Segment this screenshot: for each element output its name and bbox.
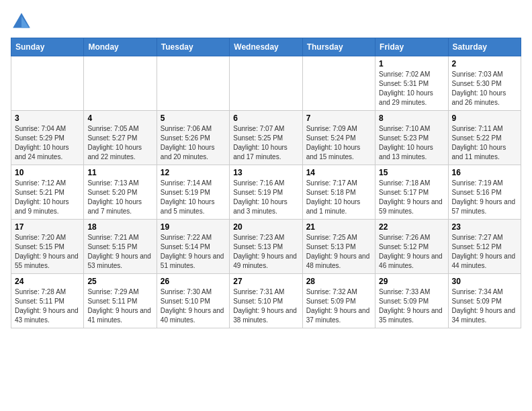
day-info: Sunrise: 7:26 AM Sunset: 5:12 PM Dayligh… — [379, 233, 444, 271]
day-number: 13 — [233, 168, 298, 177]
day-number: 2 — [452, 59, 517, 68]
day-number: 22 — [379, 222, 444, 232]
logo — [11, 11, 35, 32]
calendar-cell — [84, 56, 157, 111]
calendar-cell — [302, 56, 375, 111]
calendar-cell: 29Sunrise: 7:33 AM Sunset: 5:09 PM Dayli… — [375, 274, 448, 328]
day-info: Sunrise: 7:14 AM Sunset: 5:19 PM Dayligh… — [161, 179, 226, 216]
weekday-header-saturday: Saturday — [448, 38, 521, 56]
day-info: Sunrise: 7:10 AM Sunset: 5:23 PM Dayligh… — [379, 124, 444, 162]
calendar-cell — [157, 56, 229, 111]
weekday-header-row: SundayMondayTuesdayWednesdayThursdayFrid… — [11, 38, 521, 56]
day-info: Sunrise: 7:28 AM Sunset: 5:11 PM Dayligh… — [15, 287, 80, 325]
weekday-header-tuesday: Tuesday — [157, 38, 229, 56]
day-number: 1 — [379, 59, 444, 68]
day-number: 16 — [452, 168, 517, 177]
day-number: 12 — [161, 168, 226, 177]
day-info: Sunrise: 7:18 AM Sunset: 5:17 PM Dayligh… — [379, 179, 444, 216]
day-info: Sunrise: 7:20 AM Sunset: 5:15 PM Dayligh… — [15, 233, 80, 271]
day-number: 3 — [15, 113, 80, 123]
day-info: Sunrise: 7:19 AM Sunset: 5:16 PM Dayligh… — [452, 179, 517, 216]
day-number: 8 — [379, 113, 444, 123]
calendar-cell: 19Sunrise: 7:22 AM Sunset: 5:14 PM Dayli… — [157, 220, 229, 274]
day-number: 14 — [306, 168, 371, 177]
week-row-3: 10Sunrise: 7:12 AM Sunset: 5:21 PM Dayli… — [11, 165, 521, 220]
calendar-cell: 12Sunrise: 7:14 AM Sunset: 5:19 PM Dayli… — [157, 165, 229, 220]
calendar-cell: 14Sunrise: 7:17 AM Sunset: 5:18 PM Dayli… — [302, 165, 375, 220]
calendar-cell: 22Sunrise: 7:26 AM Sunset: 5:12 PM Dayli… — [375, 220, 448, 274]
day-info: Sunrise: 7:13 AM Sunset: 5:20 PM Dayligh… — [87, 179, 152, 216]
day-number: 30 — [452, 277, 517, 286]
calendar-cell: 7Sunrise: 7:09 AM Sunset: 5:24 PM Daylig… — [302, 111, 375, 165]
day-info: Sunrise: 7:16 AM Sunset: 5:19 PM Dayligh… — [233, 179, 298, 216]
calendar-cell: 23Sunrise: 7:27 AM Sunset: 5:12 PM Dayli… — [448, 220, 521, 274]
weekday-header-friday: Friday — [375, 38, 448, 56]
week-row-5: 24Sunrise: 7:28 AM Sunset: 5:11 PM Dayli… — [11, 274, 521, 328]
day-number: 24 — [15, 277, 80, 286]
day-info: Sunrise: 7:02 AM Sunset: 5:31 PM Dayligh… — [379, 70, 444, 107]
day-info: Sunrise: 7:22 AM Sunset: 5:14 PM Dayligh… — [161, 233, 226, 271]
logo-icon — [11, 11, 32, 32]
weekday-header-wednesday: Wednesday — [230, 38, 302, 56]
calendar-table: SundayMondayTuesdayWednesdayThursdayFrid… — [11, 38, 521, 328]
day-number: 4 — [87, 113, 152, 123]
day-number: 26 — [161, 277, 226, 286]
calendar-cell: 3Sunrise: 7:04 AM Sunset: 5:29 PM Daylig… — [11, 111, 84, 165]
day-number: 20 — [233, 222, 298, 232]
day-info: Sunrise: 7:06 AM Sunset: 5:26 PM Dayligh… — [161, 124, 226, 162]
day-info: Sunrise: 7:03 AM Sunset: 5:30 PM Dayligh… — [452, 70, 517, 107]
day-number: 28 — [306, 277, 371, 286]
day-number: 10 — [15, 168, 80, 177]
day-info: Sunrise: 7:25 AM Sunset: 5:13 PM Dayligh… — [306, 233, 371, 271]
weekday-header-thursday: Thursday — [302, 38, 375, 56]
day-info: Sunrise: 7:12 AM Sunset: 5:21 PM Dayligh… — [15, 179, 80, 216]
day-info: Sunrise: 7:21 AM Sunset: 5:15 PM Dayligh… — [87, 233, 152, 271]
calendar-cell: 27Sunrise: 7:31 AM Sunset: 5:10 PM Dayli… — [230, 274, 302, 328]
day-info: Sunrise: 7:30 AM Sunset: 5:10 PM Dayligh… — [161, 287, 226, 325]
day-number: 18 — [87, 222, 152, 232]
day-number: 9 — [452, 113, 517, 123]
day-info: Sunrise: 7:27 AM Sunset: 5:12 PM Dayligh… — [452, 233, 517, 271]
calendar-cell: 17Sunrise: 7:20 AM Sunset: 5:15 PM Dayli… — [11, 220, 84, 274]
weekday-header-sunday: Sunday — [11, 38, 84, 56]
day-info: Sunrise: 7:29 AM Sunset: 5:11 PM Dayligh… — [87, 287, 152, 325]
day-info: Sunrise: 7:04 AM Sunset: 5:29 PM Dayligh… — [15, 124, 80, 162]
weekday-header-monday: Monday — [84, 38, 157, 56]
day-number: 6 — [233, 113, 298, 123]
day-number: 11 — [87, 168, 152, 177]
calendar-cell: 21Sunrise: 7:25 AM Sunset: 5:13 PM Dayli… — [302, 220, 375, 274]
calendar-cell — [230, 56, 302, 111]
calendar-cell: 16Sunrise: 7:19 AM Sunset: 5:16 PM Dayli… — [448, 165, 521, 220]
day-number: 21 — [306, 222, 371, 232]
day-number: 27 — [233, 277, 298, 286]
calendar-cell: 6Sunrise: 7:07 AM Sunset: 5:25 PM Daylig… — [230, 111, 302, 165]
day-info: Sunrise: 7:05 AM Sunset: 5:27 PM Dayligh… — [87, 124, 152, 162]
week-row-1: 1Sunrise: 7:02 AM Sunset: 5:31 PM Daylig… — [11, 56, 521, 111]
calendar-cell: 10Sunrise: 7:12 AM Sunset: 5:21 PM Dayli… — [11, 165, 84, 220]
calendar-cell — [11, 56, 84, 111]
calendar-cell: 5Sunrise: 7:06 AM Sunset: 5:26 PM Daylig… — [157, 111, 229, 165]
day-info: Sunrise: 7:09 AM Sunset: 5:24 PM Dayligh… — [306, 124, 371, 162]
day-info: Sunrise: 7:23 AM Sunset: 5:13 PM Dayligh… — [233, 233, 298, 271]
day-number: 17 — [15, 222, 80, 232]
day-number: 23 — [452, 222, 517, 232]
day-info: Sunrise: 7:32 AM Sunset: 5:09 PM Dayligh… — [306, 287, 371, 325]
week-row-2: 3Sunrise: 7:04 AM Sunset: 5:29 PM Daylig… — [11, 111, 521, 165]
calendar-cell: 28Sunrise: 7:32 AM Sunset: 5:09 PM Dayli… — [302, 274, 375, 328]
calendar-cell: 13Sunrise: 7:16 AM Sunset: 5:19 PM Dayli… — [230, 165, 302, 220]
day-info: Sunrise: 7:34 AM Sunset: 5:09 PM Dayligh… — [452, 287, 517, 325]
day-number: 19 — [161, 222, 226, 232]
day-info: Sunrise: 7:17 AM Sunset: 5:18 PM Dayligh… — [306, 179, 371, 216]
day-number: 15 — [379, 168, 444, 177]
day-info: Sunrise: 7:11 AM Sunset: 5:22 PM Dayligh… — [452, 124, 517, 162]
day-number: 7 — [306, 113, 371, 123]
calendar-cell: 26Sunrise: 7:30 AM Sunset: 5:10 PM Dayli… — [157, 274, 229, 328]
calendar-cell: 2Sunrise: 7:03 AM Sunset: 5:30 PM Daylig… — [448, 56, 521, 111]
header — [11, 11, 521, 32]
day-number: 5 — [161, 113, 226, 123]
calendar-cell: 1Sunrise: 7:02 AM Sunset: 5:31 PM Daylig… — [375, 56, 448, 111]
day-info: Sunrise: 7:31 AM Sunset: 5:10 PM Dayligh… — [233, 287, 298, 325]
week-row-4: 17Sunrise: 7:20 AM Sunset: 5:15 PM Dayli… — [11, 220, 521, 274]
day-number: 29 — [379, 277, 444, 286]
calendar-cell: 20Sunrise: 7:23 AM Sunset: 5:13 PM Dayli… — [230, 220, 302, 274]
